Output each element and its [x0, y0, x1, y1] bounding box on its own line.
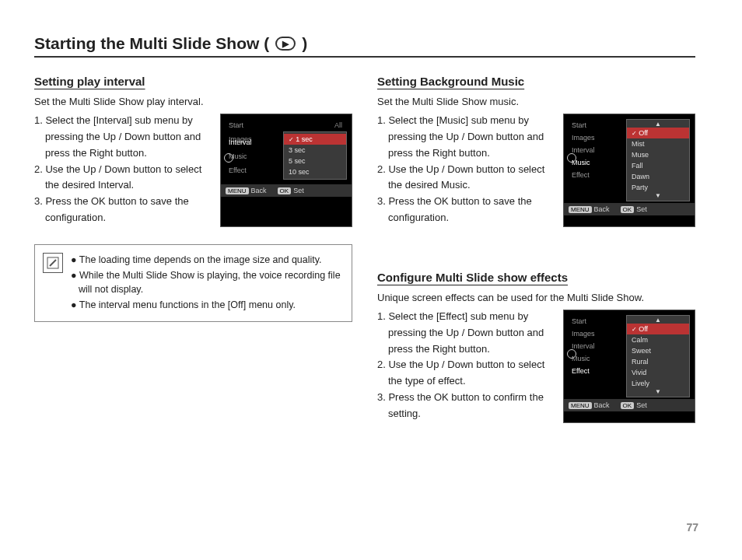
menu-right-all: All: [282, 119, 347, 131]
sub-3sec: 3 sec: [284, 145, 346, 156]
menu-item-images: Images: [569, 327, 625, 340]
sub-mist: Mist: [627, 138, 689, 149]
menu-item-effect: Effect: [569, 169, 625, 181]
menu-item-interval: Interval: [569, 144, 625, 156]
camera-menu-interval: Start All Images 1 sec 3 sec 5 sec 10 se…: [220, 114, 352, 227]
menu-item-interval: Interval: [226, 136, 282, 149]
sub-5sec: 5 sec: [284, 156, 346, 166]
scroll-up-icon: ▲: [627, 121, 689, 128]
sub-1sec: 1 sec: [284, 134, 346, 145]
note-items: ● The loading time depends on the image …: [71, 253, 342, 314]
menu-item-music: Music: [569, 352, 625, 365]
sub-muse: Muse: [627, 149, 689, 160]
sub-rural: Rural: [627, 356, 689, 367]
submenu-effect: ▲ Off Calm Sweet Rural Vivid Lively ▼: [626, 315, 690, 397]
sub-party: Party: [627, 182, 689, 193]
steps-effects: 1. Select the [Effect] sub menu by press…: [377, 310, 554, 423]
steps-interval: 1. Select the [Interval] sub menu by pre…: [34, 114, 211, 227]
camera-menu-effect: Start Images Interval Music Effect ▲ Off: [563, 310, 695, 423]
page-number: 77: [686, 521, 698, 534]
menu-item-start: Start: [569, 119, 625, 131]
sub-fall: Fall: [627, 160, 689, 171]
menu-item-music: Music: [226, 150, 282, 163]
slideshow-icon: ▶: [275, 37, 296, 51]
menu-item-start: Start: [226, 119, 282, 131]
note-icon: [43, 253, 63, 273]
sub-off: Off: [627, 324, 689, 334]
camera-footer: MENUBack OKSet: [564, 399, 695, 411]
title-pre: Starting the Multi Slide Show (: [34, 34, 269, 53]
scroll-down-icon: ▼: [627, 389, 689, 395]
scroll-up-icon: ▲: [627, 317, 689, 324]
page-title: Starting the Multi Slide Show ( ▶ ): [34, 34, 695, 58]
scroll-down-icon: ▼: [627, 193, 689, 199]
section-title-interval: Setting play interval: [34, 75, 352, 88]
sub-vivid: Vivid: [627, 367, 689, 378]
camera-footer: MENUBack OKSet: [564, 203, 695, 215]
camera-menu-music: Start Images Interval Music Effect ▲ Off: [563, 114, 695, 227]
intro-effects: Unique screen effects can be used for th…: [377, 292, 695, 303]
sub-calm: Calm: [627, 334, 689, 345]
menu-item-music: Music: [569, 156, 625, 169]
menu-item-images: Images: [569, 131, 625, 144]
submenu-music: ▲ Off Mist Muse Fall Dawn Party ▼: [626, 119, 690, 201]
menu-item-start: Start: [569, 315, 625, 327]
sub-dawn: Dawn: [627, 171, 689, 182]
memo-icon: [47, 257, 59, 269]
sub-off: Off: [627, 128, 689, 138]
title-post: ): [302, 34, 307, 53]
steps-music: 1. Select the [Music] sub menu by pressi…: [377, 114, 554, 227]
playback-icon: [567, 349, 576, 359]
section-title-effects: Configure Multi Slide show effects: [377, 271, 695, 284]
section-title-music: Setting Background Music: [377, 75, 695, 88]
note-box: ● The loading time depends on the image …: [34, 244, 352, 323]
camera-footer: MENUBack OKSet: [221, 184, 352, 197]
sub-sweet: Sweet: [627, 345, 689, 356]
intro-music: Set the Multi Slide Show music.: [377, 96, 695, 107]
sub-lively: Lively: [627, 378, 689, 389]
menu-item-effect: Effect: [226, 164, 282, 177]
submenu-interval: 1 sec 3 sec 5 sec 10 sec: [283, 131, 347, 180]
intro-interval: Set the Multi Slide Show play interval.: [34, 96, 352, 107]
menu-item-interval: Interval: [569, 340, 625, 352]
sub-10sec: 10 sec: [284, 166, 346, 177]
menu-item-effect: Effect: [569, 365, 625, 377]
playback-icon: [224, 153, 233, 163]
playback-icon: [567, 153, 576, 163]
